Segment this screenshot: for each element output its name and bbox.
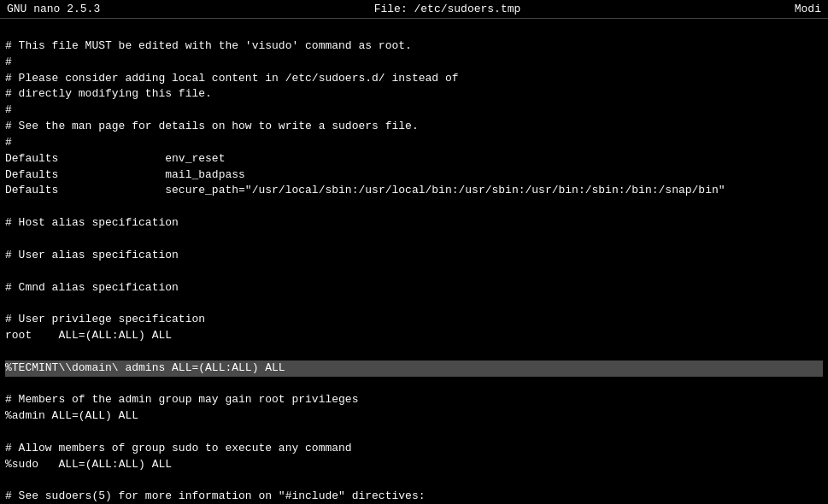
editor-line: Defaults env_reset <box>5 151 823 167</box>
editor-line: # directly modifying this file. <box>5 86 823 103</box>
editor-line <box>5 377 823 393</box>
editor-line <box>5 264 823 280</box>
editor-line: %TECMINT\\domain\ admins ALL=(ALL:ALL) A… <box>5 360 823 377</box>
editor-line <box>5 344 823 360</box>
editor-line <box>5 473 823 489</box>
editor-line <box>5 231 823 248</box>
editor-line: # Host alias specification <box>5 215 823 231</box>
editor-line <box>5 22 823 38</box>
title-right: Modi <box>795 3 821 15</box>
editor-line: # See the man page for details on how to… <box>5 119 823 135</box>
editor-line <box>5 199 823 215</box>
editor-line <box>5 296 823 312</box>
editor-line: # Members of the admin group may gain ro… <box>5 392 823 408</box>
editor-line: # <box>5 55 823 71</box>
title-bar: GNU nano 2.5.3 File: /etc/sudoers.tmp Mo… <box>0 0 828 19</box>
editor-content[interactable]: # This file MUST be edited with the 'vis… <box>0 19 828 504</box>
editor-line <box>5 425 823 441</box>
editor-line: # Allow members of group sudo to execute… <box>5 441 823 457</box>
editor-line: # This file MUST be edited with the 'vis… <box>5 38 823 55</box>
editor-line: # <box>5 103 823 119</box>
title-center: File: /etc/sudoers.tmp <box>374 3 521 15</box>
title-left: GNU nano 2.5.3 <box>7 3 100 15</box>
editor-line: %admin ALL=(ALL) ALL <box>5 408 823 425</box>
editor-line: %sudo ALL=(ALL:ALL) ALL <box>5 457 823 473</box>
editor-line: # Cmnd alias specification <box>5 280 823 296</box>
editor-line: Defaults mail_badpass <box>5 167 823 184</box>
editor-line: # Please consider adding local content i… <box>5 71 823 87</box>
editor-line: Defaults secure_path="/usr/local/sbin:/u… <box>5 183 823 199</box>
editor-line: # See sudoers(5) for more information on… <box>5 489 823 504</box>
editor-line: # User alias specification <box>5 248 823 264</box>
editor-line: # <box>5 135 823 151</box>
editor-line: # User privilege specification <box>5 312 823 328</box>
editor-line: root ALL=(ALL:ALL) ALL <box>5 328 823 344</box>
